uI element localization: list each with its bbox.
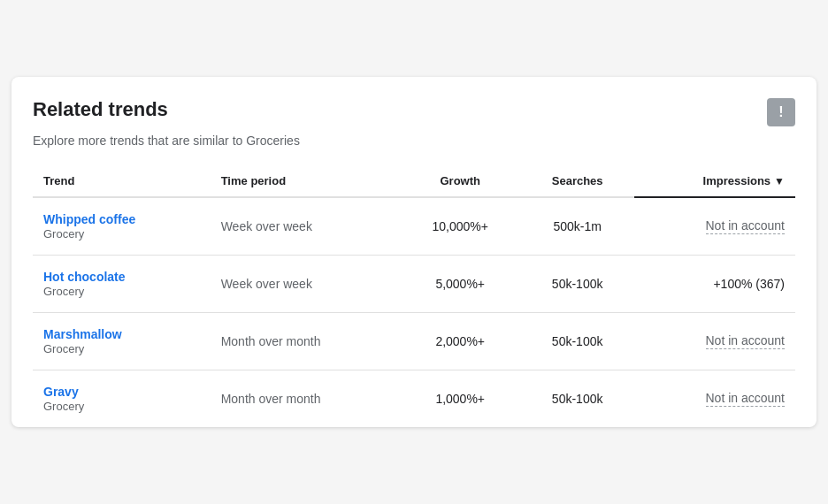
trend-name-link[interactable]: Gravy [43,385,200,399]
time-period-cell: Week over week [211,197,400,256]
table-row: Marshmallow Grocery Month over month2,00… [33,313,795,370]
table-header-row: Trend Time period Growth Searches Impres… [33,165,795,197]
trend-name-link[interactable]: Whipped coffee [43,212,200,226]
growth-cell: 1,000%+ [400,370,521,428]
trend-category: Grocery [43,342,84,355]
col-header-time-period: Time period [211,165,400,197]
time-period-cell: Month over month [211,370,400,428]
impressions-label: Impressions [703,174,771,187]
trend-cell: Marshmallow Grocery [33,313,211,370]
impressions-cell: +100% (367) [634,256,795,313]
trend-name-link[interactable]: Marshmallow [43,327,200,341]
card-subtitle: Explore more trends that are similar to … [33,134,795,148]
time-period-cell: Month over month [211,313,400,370]
card-title: Related trends [33,98,168,121]
trend-category: Grocery [43,285,84,298]
trend-category: Grocery [43,227,84,241]
related-trends-card: Related trends ! Explore more trends tha… [12,77,816,427]
impression-percent: +100% (367) [713,277,785,291]
growth-cell: 10,000%+ [400,197,521,256]
trend-name-link[interactable]: Hot chocolate [43,270,200,284]
sort-arrow-icon: ▼ [774,175,785,187]
searches-cell: 50k-100k [521,313,634,370]
searches-cell: 50k-100k [521,370,634,428]
table-row: Gravy Grocery Month over month1,000%+50k… [33,370,795,428]
impressions-cell: Not in account [634,313,795,370]
impressions-cell: Not in account [634,370,795,428]
time-period-cell: Week over week [211,256,400,313]
not-in-account-label[interactable]: Not in account [706,218,786,234]
trends-table: Trend Time period Growth Searches Impres… [33,165,795,427]
searches-cell: 500k-1m [521,197,634,256]
table-row: Hot chocolate Grocery Week over week5,00… [33,256,795,313]
growth-cell: 5,000%+ [400,256,521,313]
trend-cell: Gravy Grocery [33,370,211,428]
feedback-icon: ! [778,104,783,120]
impressions-cell: Not in account [634,197,795,256]
col-header-impressions[interactable]: Impressions ▼ [634,165,795,197]
trend-category: Grocery [43,400,84,413]
searches-cell: 50k-100k [521,256,634,313]
feedback-button[interactable]: ! [767,98,795,126]
trend-cell: Whipped coffee Grocery [33,197,211,256]
card-header: Related trends ! [33,98,795,126]
not-in-account-label[interactable]: Not in account [706,333,786,349]
table-row: Whipped coffee Grocery Week over week10,… [33,197,795,256]
growth-cell: 2,000%+ [400,313,521,370]
not-in-account-label[interactable]: Not in account [706,391,786,407]
trend-cell: Hot chocolate Grocery [33,256,211,313]
col-header-searches: Searches [521,165,634,197]
col-header-growth: Growth [400,165,521,197]
col-header-trend: Trend [33,165,211,197]
